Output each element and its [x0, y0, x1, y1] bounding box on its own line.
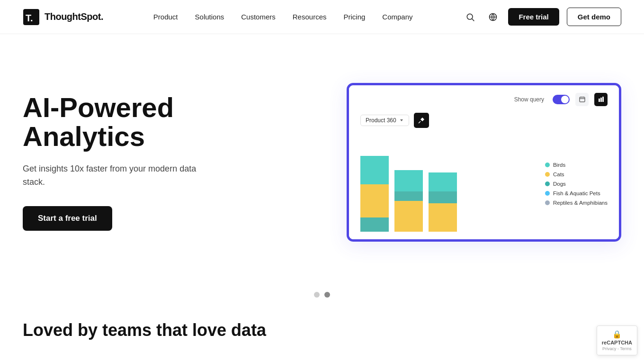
- start-trial-button[interactable]: Start a free trial: [23, 206, 112, 231]
- pin-icon-btn[interactable]: [414, 113, 429, 128]
- hero-left: AI-Powered Analytics Get insights 10x fa…: [23, 93, 212, 231]
- show-query-label: Show query: [514, 96, 544, 103]
- language-button[interactable]: [485, 9, 501, 25]
- loved-title: Loved by teams that love data: [23, 320, 621, 340]
- legend-dot-0: [545, 163, 550, 167]
- svg-rect-10: [600, 98, 602, 102]
- bar-segment-0-1: [360, 184, 389, 217]
- toggle-thumb: [561, 96, 569, 103]
- legend-dot-1: [545, 172, 550, 177]
- recaptcha-badge: 🔒 reCAPTCHA Privacy - Terms: [597, 326, 637, 352]
- bar-stack-0: [360, 156, 389, 232]
- carousel-dot-1[interactable]: [314, 292, 320, 298]
- chart-frame: Show query: [347, 83, 621, 242]
- legend-dot-4: [545, 200, 550, 205]
- bar-segment-0-0: [360, 156, 389, 184]
- brand-name: ThoughtSpot.: [45, 11, 103, 22]
- svg-rect-5: [580, 97, 585, 102]
- bar-segment-1-1: [394, 191, 423, 201]
- bar-group-2: [429, 172, 457, 232]
- recaptcha-logo: 🔒: [612, 330, 622, 339]
- bar-segment-2-0: [429, 172, 457, 191]
- legend-label-0: Birds: [553, 162, 565, 168]
- bar-segment-0-2: [360, 217, 389, 232]
- nav-links: Product Solutions Customers Resources Pr…: [153, 13, 413, 21]
- recaptcha-label: reCAPTCHA: [602, 340, 632, 345]
- legend-item-0: Birds: [545, 162, 608, 168]
- chart-type-icon-btn[interactable]: [594, 93, 608, 106]
- chart-top-bar: Show query: [360, 93, 608, 106]
- svg-rect-11: [602, 97, 604, 102]
- hero-section: AI-Powered Analytics Get insights 10x fa…: [0, 34, 644, 281]
- nav-actions: Free trial Get demo: [463, 8, 621, 26]
- toggle-track[interactable]: [553, 95, 570, 104]
- nav-pricing[interactable]: Pricing: [343, 13, 365, 21]
- bar-segment-2-1: [429, 191, 457, 203]
- hero-title: AI-Powered Analytics: [23, 93, 212, 151]
- recaptcha-sub: Privacy - Terms: [602, 346, 632, 351]
- legend-label-2: Dogs: [553, 181, 566, 187]
- chart-body: BirdsCatsDogsFish & Aquatic PetsReptiles…: [360, 135, 608, 234]
- nav-resources[interactable]: Resources: [293, 13, 327, 21]
- chart-inner: Show query: [349, 85, 619, 239]
- legend-dot-3: [545, 191, 550, 196]
- toggle-wrap: [553, 95, 570, 104]
- hero-right: Show query: [212, 83, 621, 242]
- loved-section: Loved by teams that love data: [0, 298, 644, 352]
- bar-segment-1-0: [394, 170, 423, 191]
- legend-item-4: Reptiles & Amphibians: [545, 200, 608, 206]
- bar-stack-2: [429, 172, 457, 232]
- bar-segment-1-2: [394, 201, 423, 232]
- bar-chart-area: [360, 135, 534, 234]
- bar-group-1: [394, 170, 423, 232]
- calendar-icon-btn[interactable]: [575, 93, 589, 106]
- navbar: T. ThoughtSpot. Product Solutions Custom…: [0, 0, 644, 34]
- product-select[interactable]: Product 360: [360, 115, 409, 126]
- get-demo-button[interactable]: Get demo: [567, 8, 621, 26]
- brand-logo[interactable]: T. ThoughtSpot.: [23, 9, 103, 26]
- legend-item-2: Dogs: [545, 181, 608, 187]
- svg-point-2: [467, 14, 473, 19]
- carousel-dot-2[interactable]: [324, 292, 330, 298]
- legend-label-4: Reptiles & Amphibians: [553, 200, 608, 206]
- bar-segment-2-2: [429, 203, 457, 232]
- bar-group-0: [360, 156, 389, 232]
- nav-solutions[interactable]: Solutions: [195, 13, 224, 21]
- svg-text:T.: T.: [26, 13, 33, 23]
- legend-label-3: Fish & Aquatic Pets: [553, 190, 600, 196]
- carousel-dots: [0, 292, 644, 298]
- nav-product[interactable]: Product: [153, 13, 178, 21]
- legend-item-3: Fish & Aquatic Pets: [545, 190, 608, 196]
- hero-subtitle: Get insights 10x faster from your modern…: [23, 163, 212, 189]
- nav-customers[interactable]: Customers: [241, 13, 276, 21]
- svg-rect-9: [599, 99, 600, 102]
- svg-line-12: [419, 121, 420, 123]
- bar-stack-1: [394, 170, 423, 232]
- legend-label-1: Cats: [553, 172, 564, 177]
- chart-legend: BirdsCatsDogsFish & Aquatic PetsReptiles…: [541, 135, 608, 234]
- search-button[interactable]: [463, 9, 478, 25]
- free-trial-button[interactable]: Free trial: [508, 8, 559, 26]
- svg-line-3: [472, 18, 474, 21]
- logo-icon: T.: [23, 9, 40, 26]
- legend-item-1: Cats: [545, 172, 608, 177]
- legend-dot-2: [545, 181, 550, 186]
- nav-company[interactable]: Company: [382, 13, 412, 21]
